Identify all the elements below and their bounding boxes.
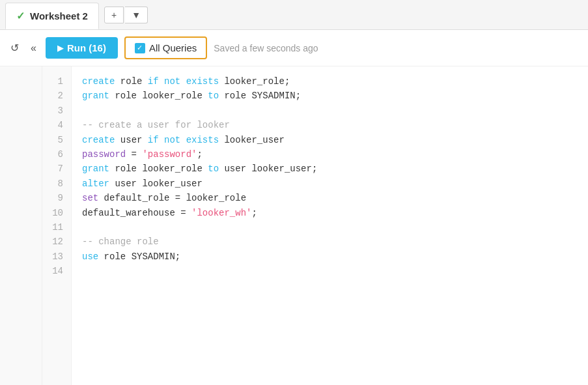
line-numbers: 1 2 3 4 5 6 7 8 9 10 11 12 13 14	[42, 66, 72, 385]
check-icon: ✓	[16, 10, 25, 22]
toolbar-left: ↺ «	[8, 40, 39, 55]
refresh-button[interactable]: ↺	[8, 40, 21, 55]
code-line-10: default_warehouse = 'looker_wh';	[82, 206, 578, 220]
code-line-3	[82, 104, 578, 118]
collapse-icon: «	[31, 42, 36, 53]
code-line-2: grant role looker_role to role SYSADMIN;	[82, 89, 578, 103]
saved-status: Saved a few seconds ago	[214, 43, 318, 53]
code-panel: 1 2 3 4 5 6 7 8 9 10 11 12 13 14 create …	[42, 66, 588, 385]
run-label: Run (16)	[67, 42, 106, 53]
code-line-6: password = 'password';	[82, 147, 578, 162]
code-line-13: use role SYSADMIN;	[82, 250, 578, 264]
tab-dropdown-button[interactable]: ▼	[125, 7, 148, 23]
code-line-1: create role if not exists looker_role;	[82, 74, 578, 89]
checkbox-icon: ✓	[135, 43, 145, 53]
collapse-button[interactable]: «	[28, 41, 39, 55]
tab-bar: ✓ Worksheet 2 + ▼	[0, 0, 588, 30]
run-button[interactable]: ▶ Run (16)	[46, 37, 118, 59]
all-queries-button[interactable]: ✓ All Queries	[124, 36, 207, 59]
code-line-9: set default_role = looker_role	[82, 191, 578, 205]
editor-area: 1 2 3 4 5 6 7 8 9 10 11 12 13 14 create …	[0, 66, 588, 385]
code-editor[interactable]: create role if not exists looker_role; g…	[72, 66, 588, 385]
worksheet-tab[interactable]: ✓ Worksheet 2	[5, 3, 99, 29]
code-line-7: grant role looker_role to user looker_us…	[82, 162, 578, 176]
add-tab-button[interactable]: +	[104, 7, 124, 23]
code-line-5: create user if not exists looker_user	[82, 133, 578, 147]
code-line-8: alter user looker_user	[82, 177, 578, 191]
tab-title: Worksheet 2	[30, 10, 88, 21]
play-icon: ▶	[57, 44, 63, 53]
tab-actions: + ▼	[104, 0, 148, 29]
code-line-14	[82, 264, 578, 278]
code-line-12: -- change role	[82, 235, 578, 249]
code-line-11	[82, 220, 578, 235]
refresh-icon: ↺	[10, 42, 19, 53]
left-sidebar	[0, 66, 42, 385]
code-line-4: -- create a user for looker	[82, 118, 578, 132]
toolbar: ↺ « ▶ Run (16) ✓ All Queries Saved a few…	[0, 30, 588, 66]
all-queries-label: All Queries	[149, 42, 197, 53]
